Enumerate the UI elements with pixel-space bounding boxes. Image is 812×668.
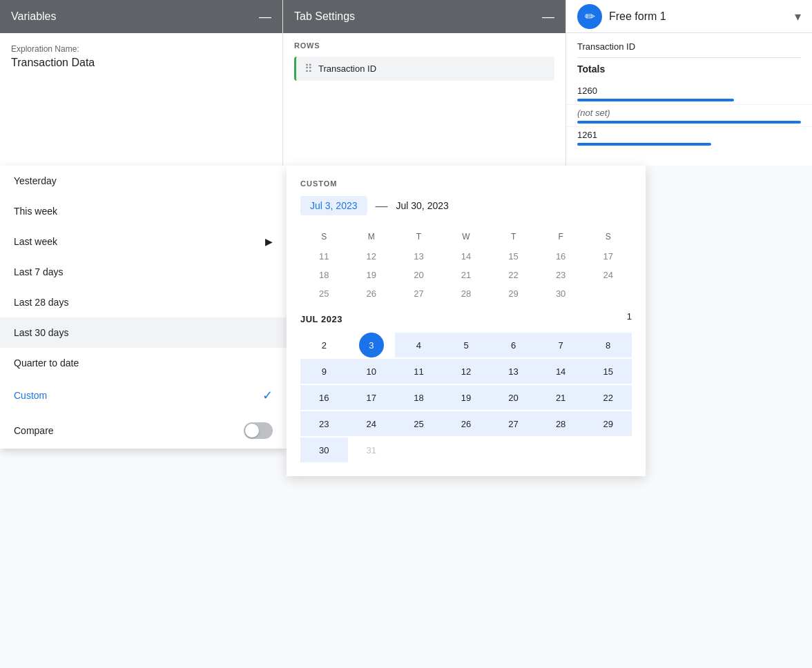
menu-item-compare: Compare bbox=[0, 413, 287, 449]
jul-week-3: 16 17 18 19 20 21 22 bbox=[300, 385, 632, 410]
day-header-w: W bbox=[443, 229, 490, 244]
dropdown-arrow-icon[interactable]: ▾ bbox=[795, 9, 801, 24]
tab-settings-minimize-icon[interactable]: — bbox=[542, 10, 554, 24]
day-header-t2: T bbox=[490, 229, 537, 244]
prev-day-28[interactable]: 28 bbox=[443, 284, 490, 303]
prev-day-14[interactable]: 14 bbox=[443, 247, 490, 266]
prev-day-24[interactable]: 24 bbox=[584, 266, 632, 284]
freeform-content: Transaction ID Totals bbox=[566, 33, 812, 83]
jul-day-15[interactable]: 15 bbox=[584, 359, 632, 384]
jul-day-22[interactable]: 22 bbox=[584, 385, 632, 410]
calendar-day-headers: S M T W T F S bbox=[300, 229, 632, 244]
jul-day-29[interactable]: 29 bbox=[584, 411, 632, 436]
jul-day-25[interactable]: 25 bbox=[395, 411, 443, 436]
prev-day-29[interactable]: 29 bbox=[490, 284, 537, 303]
variables-content: Exploration Name: Transaction Data bbox=[0, 33, 282, 80]
prev-month-row-3: 25 26 27 28 29 30 bbox=[300, 284, 632, 303]
jul-day-7[interactable]: 7 bbox=[537, 333, 585, 357]
jul-day-19[interactable]: 19 bbox=[443, 385, 490, 410]
freeform-badge: ✏ bbox=[577, 4, 602, 29]
jul-day-14[interactable]: 14 bbox=[537, 359, 585, 384]
prev-day-19[interactable]: 19 bbox=[348, 266, 396, 284]
menu-item-custom[interactable]: Custom ✓ bbox=[0, 378, 287, 413]
jul-week-2: 9 10 11 12 13 14 15 bbox=[300, 359, 632, 384]
jul-week-1: 2 3 4 5 6 7 8 bbox=[300, 333, 632, 357]
day-header-s2: S bbox=[584, 229, 632, 244]
jul-day-10[interactable]: 10 bbox=[348, 359, 396, 384]
jul-day-4[interactable]: 4 bbox=[395, 333, 443, 357]
month-label-jul: JUL 2023 bbox=[300, 314, 342, 324]
jul-day-20[interactable]: 20 bbox=[490, 385, 537, 410]
day-header-t1: T bbox=[395, 229, 443, 244]
prev-day-23[interactable]: 23 bbox=[537, 266, 585, 284]
prev-day-22[interactable]: 22 bbox=[490, 266, 537, 284]
menu-item-this-week[interactable]: This week bbox=[0, 196, 287, 226]
bar-1261 bbox=[577, 143, 711, 146]
jul-day-28[interactable]: 28 bbox=[537, 411, 585, 436]
jul-day-11[interactable]: 11 bbox=[395, 359, 443, 384]
jul-day-1[interactable]: 1 bbox=[627, 311, 632, 322]
prev-day-26[interactable]: 26 bbox=[348, 284, 396, 303]
jul-day-9[interactable]: 9 bbox=[300, 359, 348, 384]
prev-month-row-2: 18 19 20 21 22 23 24 bbox=[300, 266, 632, 284]
prev-day-12[interactable]: 12 bbox=[348, 247, 396, 266]
jul-day-17[interactable]: 17 bbox=[348, 385, 396, 410]
jul-day-8[interactable]: 8 bbox=[584, 333, 632, 357]
jul-day-6[interactable]: 6 bbox=[490, 333, 537, 357]
rows-section: ROWS ⠿ Transaction ID bbox=[283, 33, 566, 89]
compare-toggle[interactable] bbox=[244, 422, 273, 439]
freeform-title: Free form 1 bbox=[609, 10, 795, 23]
date-range-row: Jul 3, 2023 — Jul 30, 2023 bbox=[300, 196, 632, 215]
menu-item-last-week[interactable]: Last week ▶ bbox=[0, 226, 287, 257]
jul-day-26[interactable]: 26 bbox=[443, 411, 490, 436]
jul-day-30-end[interactable]: 30 bbox=[300, 438, 348, 462]
prev-day-15[interactable]: 15 bbox=[490, 247, 537, 266]
prev-day-empty bbox=[584, 284, 632, 303]
jul-day-2[interactable]: 2 bbox=[300, 333, 348, 357]
tab-settings-header: Tab Settings — bbox=[283, 0, 566, 33]
jul-day-12[interactable]: 12 bbox=[443, 359, 490, 384]
toggle-knob bbox=[245, 424, 259, 438]
start-date-chip[interactable]: Jul 3, 2023 bbox=[300, 196, 367, 215]
custom-label: CUSTOM bbox=[300, 179, 632, 188]
menu-item-yesterday[interactable]: Yesterday bbox=[0, 166, 287, 196]
prev-day-30[interactable]: 30 bbox=[537, 284, 585, 303]
prev-day-13[interactable]: 13 bbox=[395, 247, 443, 266]
menu-item-last-28-days[interactable]: Last 28 days bbox=[0, 287, 287, 317]
prev-day-20[interactable]: 20 bbox=[395, 266, 443, 284]
jul-day-27[interactable]: 27 bbox=[490, 411, 537, 436]
menu-item-quarter-to-date[interactable]: Quarter to date bbox=[0, 348, 287, 378]
menu-item-last-7-days[interactable]: Last 7 days bbox=[0, 257, 287, 287]
prev-day-18[interactable]: 18 bbox=[300, 266, 348, 284]
variables-panel: Variables — Exploration Name: Transactio… bbox=[0, 0, 283, 166]
menu-item-last-30-days[interactable]: Last 30 days bbox=[0, 317, 287, 348]
prev-day-27[interactable]: 27 bbox=[395, 284, 443, 303]
prev-day-16[interactable]: 16 bbox=[537, 247, 585, 266]
bar-not-set bbox=[577, 121, 801, 124]
jul-day-23[interactable]: 23 bbox=[300, 411, 348, 436]
prev-day-11[interactable]: 11 bbox=[300, 247, 348, 266]
dimension-chip[interactable]: ⠿ Transaction ID bbox=[294, 57, 554, 81]
jul-day-21[interactable]: 21 bbox=[537, 385, 585, 410]
prev-day-25[interactable]: 25 bbox=[300, 284, 348, 303]
prev-day-17[interactable]: 17 bbox=[584, 247, 632, 266]
jul-day-31-faded[interactable]: 31 bbox=[348, 438, 396, 462]
jul-day-5[interactable]: 5 bbox=[443, 333, 490, 357]
prev-month-row-1: 11 12 13 14 15 16 17 bbox=[300, 247, 632, 266]
freeform-panel: ✏ Free form 1 ▾ Transaction ID Totals 12… bbox=[566, 0, 812, 166]
jul-day-3-selected[interactable]: 3 bbox=[359, 333, 384, 357]
jul-week-4: 23 24 25 26 27 28 29 bbox=[300, 411, 632, 436]
date-separator: — bbox=[376, 199, 388, 213]
tab-settings-title: Tab Settings bbox=[294, 10, 355, 23]
jul-day-24[interactable]: 24 bbox=[348, 411, 396, 436]
day-header-f: F bbox=[537, 229, 585, 244]
day-header-s1: S bbox=[300, 229, 348, 244]
jul-day-13[interactable]: 13 bbox=[490, 359, 537, 384]
data-row: 1260 bbox=[566, 83, 812, 105]
jul-day-16[interactable]: 16 bbox=[300, 385, 348, 410]
totals-label: Totals bbox=[577, 63, 801, 75]
jul-day-18[interactable]: 18 bbox=[395, 385, 443, 410]
prev-day-21[interactable]: 21 bbox=[443, 266, 490, 284]
jul-week-5: 30 31 bbox=[300, 438, 632, 462]
variables-minimize-icon[interactable]: — bbox=[259, 10, 271, 24]
